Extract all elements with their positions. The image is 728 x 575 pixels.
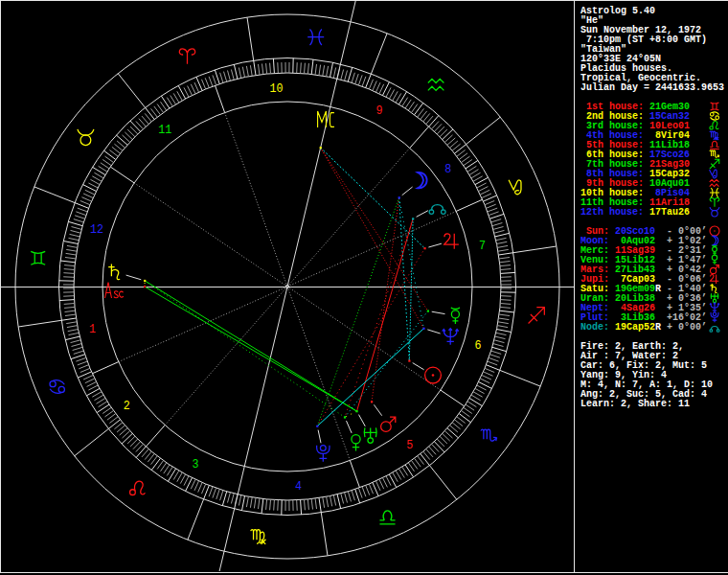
svg-text:6: 6 xyxy=(474,338,481,353)
svg-text:3: 3 xyxy=(193,457,199,472)
svg-text:12: 12 xyxy=(90,222,103,237)
svg-text:2: 2 xyxy=(124,399,130,413)
svg-text:7: 7 xyxy=(479,239,486,253)
svg-text:10: 10 xyxy=(269,81,283,96)
svg-text:4: 4 xyxy=(295,479,302,494)
svg-text:1: 1 xyxy=(89,322,96,336)
svg-text:8: 8 xyxy=(444,162,451,176)
svg-text:11: 11 xyxy=(158,123,171,137)
svg-text:5: 5 xyxy=(406,438,413,452)
svg-text:9: 9 xyxy=(375,104,382,118)
